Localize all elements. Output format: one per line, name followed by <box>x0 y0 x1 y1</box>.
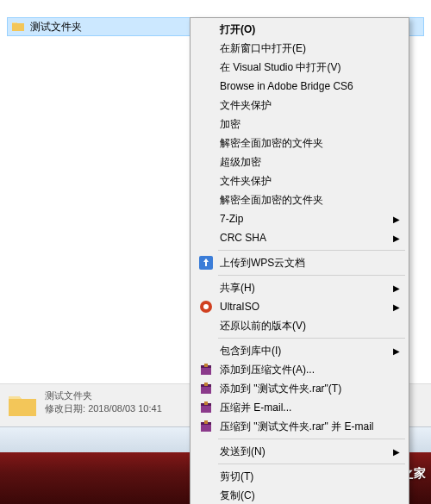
menu-include-library[interactable]: 包含到库中(I) ▶ <box>192 341 407 360</box>
menu-decrypt-all-2[interactable]: 解密全面加密的文件夹 <box>192 190 407 209</box>
svg-rect-14 <box>204 420 208 424</box>
folder-icon <box>11 20 25 34</box>
chevron-right-icon: ▶ <box>393 283 400 293</box>
folder-icon <box>7 389 38 420</box>
menu-separator <box>218 275 405 276</box>
svg-rect-8 <box>204 383 208 386</box>
menu-7zip[interactable]: 7-Zip ▶ <box>192 209 407 228</box>
menu-encrypt[interactable]: 加密 <box>192 115 407 134</box>
menu-ultraiso[interactable]: UltraISO ▶ <box>192 297 407 316</box>
chevron-right-icon: ▶ <box>393 233 400 243</box>
menu-separator <box>218 464 405 464</box>
rar-icon <box>196 382 216 395</box>
menu-folder-protect-2[interactable]: 文件夹保护 <box>192 171 407 190</box>
menu-crc-sha[interactable]: CRC SHA ▶ <box>192 228 407 247</box>
chevron-right-icon: ▶ <box>393 302 400 312</box>
menu-folder-protect[interactable]: 文件夹保护 <box>192 96 407 115</box>
menu-open-visual-studio[interactable]: 在 Visual Studio 中打开(V) <box>192 58 407 77</box>
rar-icon <box>196 420 216 433</box>
svg-point-2 <box>203 304 209 309</box>
menu-open[interactable]: 打开(O) <box>192 20 407 39</box>
menu-add-archive[interactable]: 添加到压缩文件(A)... <box>192 360 407 379</box>
wps-icon <box>196 256 216 270</box>
menu-copy[interactable]: 复制(C) <box>192 486 407 504</box>
svg-rect-11 <box>204 401 208 405</box>
rar-icon <box>196 363 216 376</box>
menu-browse-adobe-bridge[interactable]: Browse in Adobe Bridge CS6 <box>192 77 407 96</box>
chevron-right-icon: ▶ <box>393 346 400 356</box>
menu-share[interactable]: 共享(H) ▶ <box>192 278 407 297</box>
context-menu: 打开(O) 在新窗口中打开(E) 在 Visual Studio 中打开(V) … <box>190 17 409 504</box>
chevron-right-icon: ▶ <box>393 447 400 457</box>
menu-separator <box>218 338 405 339</box>
menu-super-encrypt[interactable]: 超级加密 <box>192 152 407 171</box>
menu-open-new-window[interactable]: 在新窗口中打开(E) <box>192 39 407 58</box>
explorer-window: 测试文件夹 2018/08/03 10:41 测试文件夹 修改日期: 2018/… <box>0 0 431 504</box>
menu-restore-previous[interactable]: 还原以前的版本(V) <box>192 316 407 335</box>
status-text: 测试文件夹 修改日期: 2018/08/03 10:41 <box>45 389 162 415</box>
menu-upload-wps[interactable]: 上传到WPS云文档 <box>192 253 407 272</box>
chevron-right-icon: ▶ <box>393 215 400 224</box>
menu-separator <box>218 439 405 439</box>
rar-icon <box>196 401 216 414</box>
menu-compress-rar-email[interactable]: 压缩到 "测试文件夹.rar" 并 E-mail <box>192 417 407 436</box>
menu-add-rar[interactable]: 添加到 "测试文件夹.rar"(T) <box>192 379 407 398</box>
ultraiso-icon <box>196 300 216 314</box>
menu-cut[interactable]: 剪切(T) <box>192 467 407 486</box>
menu-decrypt-all[interactable]: 解密全面加密的文件夹 <box>192 134 407 152</box>
menu-separator <box>218 250 405 251</box>
menu-send-to[interactable]: 发送到(N) ▶ <box>192 442 407 461</box>
svg-rect-5 <box>204 364 208 367</box>
menu-compress-email[interactable]: 压缩并 E-mail... <box>192 398 407 417</box>
